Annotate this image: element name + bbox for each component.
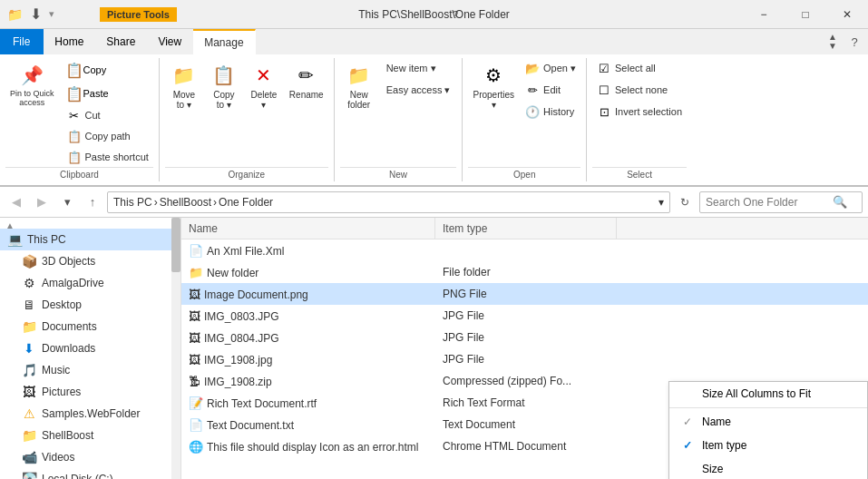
file-row-new-folder[interactable]: 📁New folder File folder <box>181 261 868 283</box>
cut-button[interactable]: ✂ Cut <box>63 105 153 125</box>
window-title: This PC\ShellBoost\One Folder <box>358 8 510 21</box>
copy-to-button[interactable]: 📋 Copyto ▾ <box>205 58 243 112</box>
properties-button[interactable]: ⚙ Properties▾ <box>468 58 519 112</box>
ribbon-scroll-down[interactable]: ▼ <box>828 42 837 51</box>
history-label: History <box>543 106 574 117</box>
select-all-button[interactable]: ☑ Select all <box>592 58 687 78</box>
path-arrow-1: › <box>154 196 158 209</box>
file-name-image-doc: 🖼Image Document.png <box>181 288 435 301</box>
pictures-icon: 🖼 <box>22 385 36 399</box>
forward-button[interactable]: ▶ <box>31 191 53 213</box>
sidebar-scrollbar-thumb[interactable] <box>171 218 180 272</box>
file-row-image-doc[interactable]: 🖼Image Document.png PNG File <box>181 283 868 305</box>
sidebar-item-desktop[interactable]: 🖥 Desktop <box>0 294 180 316</box>
sidebar-scrollbar[interactable] <box>171 218 180 479</box>
new-item-button[interactable]: New item ▾ <box>380 58 457 78</box>
tab-manage[interactable]: Manage <box>193 29 255 54</box>
videos-icon: 📹 <box>22 450 36 464</box>
copy-path-label: Copy path <box>85 131 131 142</box>
size-label: Size <box>702 463 723 475</box>
rename-label: Rename <box>289 90 324 100</box>
check-col-name: ✓ <box>680 415 695 428</box>
history-button[interactable]: 🕐 History <box>521 102 580 122</box>
sidebar-item-music[interactable]: 🎵 Music <box>0 359 180 381</box>
dropdown-name[interactable]: ✓ Name <box>669 410 867 434</box>
minimize-button[interactable]: − <box>743 0 785 29</box>
recent-locations-button[interactable]: ▾ <box>56 191 78 213</box>
help-ribbon-icon[interactable]: ? <box>851 35 857 49</box>
open-icon: 📂 <box>525 61 540 75</box>
sidebar-item-pictures[interactable]: 🖼 Pictures <box>0 381 180 403</box>
sidebar-item-shellboost[interactable]: 📁 ShellBoost <box>0 425 180 446</box>
file-name-new-folder: 📁New folder <box>181 266 435 279</box>
path-one-folder: One Folder <box>219 196 273 209</box>
invert-selection-button[interactable]: ⊡ Invert selection <box>592 102 687 122</box>
paste-button[interactable]: 📋 Paste <box>61 82 153 105</box>
column-item-type[interactable]: Item type <box>435 218 617 240</box>
open-button[interactable]: 📂 Open ▾ <box>521 58 580 78</box>
file-row-img0804[interactable]: 🖼IMG_0804.JPG JPG File <box>181 327 868 348</box>
copy-group-col: 📋 Copy 📋 Paste ✂ Cut 📋 <box>61 58 153 167</box>
ribbon-minimize-icon[interactable]: ▾ <box>49 8 54 20</box>
paste-shortcut-button[interactable]: 📋 Paste shortcut <box>63 147 153 167</box>
organize-group-label: Organize <box>165 167 328 181</box>
window-controls: − □ ✕ <box>743 0 868 29</box>
main-area: ▲ 💻 This PC 📦 3D Objects ⚙ AmalgaDrive 🖥… <box>0 218 868 479</box>
tab-view[interactable]: View <box>147 29 193 54</box>
sidebar-item-videos[interactable]: 📹 Videos <box>0 446 180 468</box>
search-input[interactable] <box>706 196 833 209</box>
open-label: Open ▾ <box>543 63 576 74</box>
sidebar-item-3d-objects[interactable]: 📦 3D Objects <box>0 250 180 272</box>
file-name-img0804: 🖼IMG_0804.JPG <box>181 331 435 345</box>
file-list-container: Name Item type 📄An Xml File.Xml 📁New fol… <box>181 218 868 479</box>
move-to-label: Moveto ▾ <box>173 90 195 110</box>
this-pc-icon: 💻 <box>7 232 22 247</box>
close-button[interactable]: ✕ <box>826 0 868 29</box>
edit-button[interactable]: ✏ Edit <box>521 80 580 100</box>
easy-access-button[interactable]: Easy access ▾ <box>380 80 457 100</box>
delete-button[interactable]: ✕ Delete▾ <box>245 58 283 112</box>
maximize-button[interactable]: □ <box>785 0 826 29</box>
sidebar-item-downloads[interactable]: ⬇ Downloads <box>0 337 180 359</box>
quick-access-icon[interactable]: ⬇ <box>30 5 42 23</box>
rename-button[interactable]: ✏ Rename <box>285 58 328 103</box>
file-row-xml[interactable]: 📄An Xml File.Xml <box>181 240 868 261</box>
file-row-img0803[interactable]: 🖼IMG_0803.JPG JPG File <box>181 305 868 327</box>
pin-quick-access-button[interactable]: 📌 Pin to Quickaccess <box>5 58 59 111</box>
refresh-button[interactable]: ↻ <box>674 191 696 213</box>
sidebar-item-samples-webfolder[interactable]: ⚠ Samples.WebFolder <box>0 403 180 425</box>
dropdown-item-type[interactable]: ✓ Item type <box>669 434 867 457</box>
file-type-new-folder: File folder <box>435 266 617 279</box>
sidebar-item-amalga-drive[interactable]: ⚙ AmalgaDrive <box>0 272 180 294</box>
paste-icon: 📋 <box>65 84 83 103</box>
sidebar-item-local-disk-c[interactable]: 💽 Local Disk (C:) <box>0 468 180 479</box>
sidebar-item-documents[interactable]: 📁 Documents <box>0 316 180 337</box>
easy-access-label: Easy access ▾ <box>386 84 451 96</box>
invert-selection-icon: ⊡ <box>597 104 611 119</box>
address-path[interactable]: This PC › ShellBoost › One Folder ▾ <box>107 191 670 213</box>
new-folder-button[interactable]: 📁 Newfolder <box>340 58 378 112</box>
dropdown-size-all-columns[interactable]: Size All Columns to Fit <box>669 382 867 406</box>
tab-home[interactable]: Home <box>44 29 95 54</box>
tab-file[interactable]: File <box>0 29 44 54</box>
up-button[interactable]: ↑ <box>82 191 103 213</box>
back-button[interactable]: ◀ <box>5 191 27 213</box>
file-type-txt: Text Document <box>435 418 617 431</box>
path-this-pc: This PC <box>113 196 152 209</box>
paste-shortcut-label: Paste shortcut <box>85 152 149 162</box>
invert-selection-label: Invert selection <box>615 106 682 117</box>
file-name-img1908zip: 🗜IMG_1908.zip <box>181 375 435 388</box>
sidebar-item-this-pc[interactable]: 💻 This PC <box>0 229 180 250</box>
select-none-button[interactable]: ☐ Select none <box>592 80 687 100</box>
tab-share[interactable]: Share <box>95 29 147 54</box>
copy-button[interactable]: 📋 Copy <box>61 58 153 82</box>
file-list-header: Name Item type <box>181 218 868 240</box>
column-name[interactable]: Name <box>181 218 435 240</box>
move-to-button[interactable]: 📁 Moveto ▾ <box>165 58 203 112</box>
dropdown-size[interactable]: Size <box>669 457 867 479</box>
copy-path-button[interactable]: 📋 Copy path <box>63 126 153 146</box>
file-row-img1908jpg[interactable]: 🖼IMG_1908.jpg JPG File <box>181 348 868 370</box>
cut-icon: ✂ <box>67 108 82 122</box>
column-name-label: Name <box>702 415 731 428</box>
ribbon-tabs: File Home Share View Manage ▲ ▼ ? <box>0 29 868 54</box>
